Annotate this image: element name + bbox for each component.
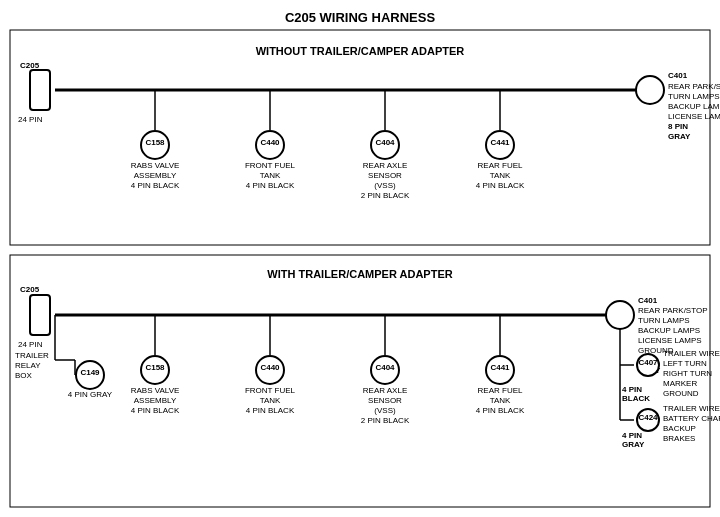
s2-c401-desc3: BACKUP LAMPS	[638, 326, 700, 335]
s2-c205-pins: 24 PIN	[18, 340, 43, 349]
s2-c149-pins: 4 PIN GRAY	[68, 390, 113, 399]
s2-c404-desc2: SENSOR	[368, 396, 402, 405]
s2-c440-label: C440	[260, 363, 280, 372]
s2-c158-desc1: RABS VALVE	[131, 386, 180, 395]
s2-trailer-relay-label1: TRAILER	[15, 351, 49, 360]
s2-c424-desc3: BACKUP	[663, 424, 696, 433]
s2-c440-desc3: 4 PIN BLACK	[246, 406, 295, 415]
s1-c404-desc2: SENSOR	[368, 171, 402, 180]
s2-c441-desc3: 4 PIN BLACK	[476, 406, 525, 415]
s1-c401-desc1: REAR PARK/STOP	[668, 82, 720, 91]
section1-title: WITHOUT TRAILER/CAMPER ADAPTER	[256, 45, 465, 57]
s2-c424-desc2: BATTERY CHARGE	[663, 414, 720, 423]
s2-left-connector	[30, 295, 50, 335]
s2-c407-desc3: RIGHT TURN	[663, 369, 712, 378]
s2-c401-label: C401	[638, 296, 658, 305]
s2-c440-desc2: TANK	[260, 396, 281, 405]
s1-c158-label: C158	[145, 138, 165, 147]
s1-c404-desc4: 2 PIN BLACK	[361, 191, 410, 200]
s1-c205-pins: 24 PIN	[18, 115, 43, 124]
s1-c441-desc3: 4 PIN BLACK	[476, 181, 525, 190]
s2-c424-desc1: TRAILER WIRES	[663, 404, 720, 413]
s2-c407-desc4: MARKER	[663, 379, 697, 388]
s2-c407-desc2: LEFT TURN	[663, 359, 707, 368]
s1-left-connector	[30, 70, 50, 110]
s1-c158-desc1: RABS VALVE	[131, 161, 180, 170]
page-title: C205 WIRING HARNESS	[285, 10, 436, 25]
s2-c440-desc1: FRONT FUEL	[245, 386, 296, 395]
s1-c401-label: C401	[668, 71, 688, 80]
s2-c407-desc5: GROUND	[663, 389, 699, 398]
svg-rect-6	[10, 255, 710, 507]
s1-c440-label: C440	[260, 138, 280, 147]
s2-c401-desc2: TURN LAMPS	[638, 316, 690, 325]
s1-c404-desc1: REAR AXLE	[363, 161, 407, 170]
s1-c401-pins: 8 PIN	[668, 122, 688, 131]
s2-c407-desc1: TRAILER WIRES	[663, 349, 720, 358]
s1-c401-desc4: LICENSE LAMPS	[668, 112, 720, 121]
s2-c205-label: C205	[20, 285, 40, 294]
s2-c407-label: C407	[638, 358, 658, 367]
s2-c441-desc1: REAR FUEL	[478, 386, 523, 395]
s1-c401-color: GRAY	[668, 132, 691, 141]
s1-c404-label: C404	[375, 138, 395, 147]
s1-c441-label: C441	[490, 138, 510, 147]
s1-right-connector	[636, 76, 664, 104]
s2-c404-label: C404	[375, 363, 395, 372]
s1-c404-desc3: (VSS)	[374, 181, 396, 190]
s2-c441-label: C441	[490, 363, 510, 372]
s2-c407-desc0: 4 PIN	[622, 385, 642, 394]
s1-c440-desc3: 4 PIN BLACK	[246, 181, 295, 190]
s2-c424-pins1: 4 PIN	[622, 431, 642, 440]
s1-c158-desc3: 4 PIN BLACK	[131, 181, 180, 190]
s1-c205-label: C205	[20, 61, 40, 70]
s2-right-connector	[606, 301, 634, 329]
s2-c424-label: C424	[638, 413, 658, 422]
s2-trailer-relay-label2: RELAY	[15, 361, 41, 370]
s1-c440-desc2: TANK	[260, 171, 281, 180]
s2-c404-desc4: 2 PIN BLACK	[361, 416, 410, 425]
s2-c407-desc00: BLACK	[622, 394, 650, 403]
section2-title: WITH TRAILER/CAMPER ADAPTER	[267, 268, 452, 280]
s1-c441-desc1: REAR FUEL	[478, 161, 523, 170]
s2-c158-desc2: ASSEMBLY	[134, 396, 177, 405]
s2-c424-pins2: GRAY	[622, 440, 645, 449]
s2-c149-label: C149	[80, 368, 100, 377]
svg-rect-0	[10, 30, 710, 245]
s2-c401-desc1: REAR PARK/STOP	[638, 306, 708, 315]
s1-c441-desc2: TANK	[490, 171, 511, 180]
s2-c441-desc2: TANK	[490, 396, 511, 405]
s2-c404-desc1: REAR AXLE	[363, 386, 407, 395]
s2-c404-desc3: (VSS)	[374, 406, 396, 415]
s1-c401-desc3: BACKUP LAMPS	[668, 102, 720, 111]
s2-trailer-relay-label3: BOX	[15, 371, 33, 380]
s1-c401-desc2: TURN LAMPS	[668, 92, 720, 101]
s2-c158-desc3: 4 PIN BLACK	[131, 406, 180, 415]
s1-c158-desc2: ASSEMBLY	[134, 171, 177, 180]
s2-c158-label: C158	[145, 363, 165, 372]
s1-c440-desc1: FRONT FUEL	[245, 161, 296, 170]
s2-c401-desc4: LICENSE LAMPS	[638, 336, 702, 345]
s2-c424-desc4: BRAKES	[663, 434, 695, 443]
